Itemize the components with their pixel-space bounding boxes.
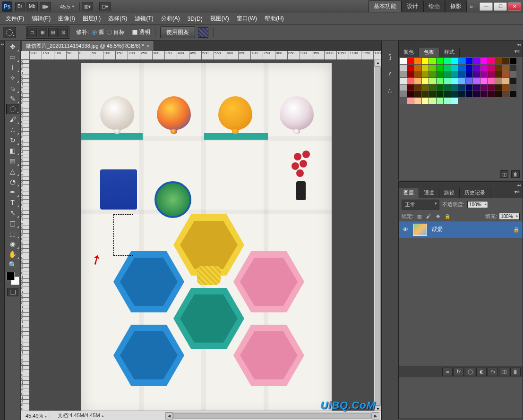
swatch[interactable] [488,91,495,97]
pattern-picker[interactable] [198,27,208,38]
dock-brushpreset-icon[interactable]: ⫯ [384,68,396,79]
menu-layer[interactable]: 图层(L) [79,13,105,24]
ruler-vertical[interactable]: 0501001502002503003504004505005506006507… [21,59,29,420]
swatch[interactable] [437,98,444,104]
dock-clone-icon[interactable]: ⛬ [384,85,396,96]
swatch[interactable] [495,78,502,84]
swatch[interactable] [414,98,421,104]
tab-styles[interactable]: 样式 [439,48,460,57]
swatch[interactable] [510,84,517,91]
new-swatch-button[interactable]: ◫ [500,170,508,178]
tab-history[interactable]: 历史记录 [460,188,490,198]
swatch[interactable] [495,58,502,64]
swatch[interactable] [480,84,488,91]
panel-menu-icon[interactable]: ▾≡ [512,48,523,57]
swatch[interactable] [510,71,517,77]
menu-analysis[interactable]: 分析(A) [157,13,184,24]
swatch[interactable] [495,91,502,97]
workspace-design[interactable]: 设计 [402,0,423,12]
swatch[interactable] [407,98,414,104]
type-tool[interactable]: T [6,197,19,208]
menu-file[interactable]: 文件(F) [2,13,28,24]
scroll-right[interactable]: ▶ [372,412,379,420]
swatch[interactable] [502,78,509,84]
minibridge-button[interactable]: Mb [26,2,38,11]
adjustment-layer-button[interactable]: ◐ [476,368,487,376]
bridge-button[interactable]: Br [15,2,25,11]
swatch[interactable] [437,84,444,91]
menu-3d[interactable]: 3D(D) [184,14,206,24]
swatch[interactable] [510,58,517,64]
dock-brush-icon[interactable]: ⟆ [384,51,396,62]
dodge-tool[interactable]: ◔ [6,176,19,187]
swatch[interactable] [422,58,429,64]
swatch[interactable] [451,58,458,64]
panel-menu-icon[interactable]: ▾≡ [512,188,523,198]
tab-paths[interactable]: 路径 [439,188,460,198]
swatch[interactable] [466,91,473,97]
swatch[interactable] [429,65,436,71]
selection-intersect[interactable]: ⊡ [59,28,68,37]
menu-filter[interactable]: 滤镜(T) [131,13,157,24]
swatch[interactable] [444,78,451,84]
patch-tool[interactable] [6,104,19,114]
tab-color[interactable]: 颜色 [399,48,419,57]
swatch[interactable] [429,84,436,91]
link-layers-button[interactable]: ∞ [442,368,453,376]
swatch[interactable] [422,71,429,77]
layer-name[interactable]: 背景 [431,226,509,234]
stamp-tool[interactable]: ⛬ [6,125,19,135]
selection-add[interactable]: ⊞ [38,28,47,37]
move-tool[interactable]: ✥ [6,42,19,52]
fill-input[interactable]: 100% [499,213,520,220]
swatch[interactable] [466,58,473,64]
film-button[interactable]: ▦▸ [40,2,51,11]
tab-layers[interactable]: 图层 [399,188,419,198]
swatch[interactable] [502,91,509,97]
swatch[interactable] [466,78,473,84]
swatch[interactable] [400,58,407,64]
selection-subtract[interactable]: ⊟ [48,28,58,37]
scroll-up[interactable]: ▲ [374,59,381,67]
swatch[interactable] [451,71,458,77]
swatch[interactable] [407,65,414,71]
swatch[interactable] [422,98,429,104]
swatch[interactable] [407,78,414,84]
canvas[interactable]: ➚ UiBQ.CoM ▲ ▼ [29,59,381,420]
screenmode-button[interactable]: ▢▾ [99,2,111,11]
menu-edit[interactable]: 编辑(E) [28,13,54,24]
swatch[interactable] [422,84,429,91]
swatch[interactable] [429,78,436,84]
swatch[interactable] [480,71,488,77]
menu-window[interactable]: 窗口(W) [233,13,261,24]
swatch[interactable] [480,78,488,84]
swatch[interactable] [466,84,473,91]
pen-tool[interactable]: ✒ [6,187,19,197]
swatch[interactable] [451,78,458,84]
quickmask-button[interactable] [7,288,18,296]
lock-all-icon[interactable]: 🔒 [444,212,451,220]
swatch[interactable] [437,91,444,97]
swatch[interactable] [502,65,509,71]
swatch[interactable] [473,84,480,91]
ruler-horizontal[interactable]: 2001501005005010015020025030035040045050… [29,51,381,59]
visibility-icon[interactable]: 👁 [402,226,409,234]
swatch[interactable] [458,78,465,84]
panel-collapse-icon[interactable]: ◂◂ [517,42,521,47]
swatch[interactable] [407,84,414,91]
menu-help[interactable]: 帮助(H) [261,13,288,24]
swatch[interactable] [400,84,407,91]
color-swatches[interactable] [6,272,19,285]
swatch[interactable] [429,98,436,104]
swatch[interactable] [414,84,421,91]
menu-select[interactable]: 选择(S) [104,13,131,24]
swatch[interactable] [488,58,495,64]
swatch[interactable] [429,58,436,64]
use-pattern-button[interactable]: 使用图案 [160,26,195,38]
history-brush-tool[interactable]: ↻ [6,135,19,145]
swatch[interactable] [451,98,458,104]
swatch[interactable] [437,78,444,84]
layer-style-button[interactable]: fx [454,368,464,376]
opacity-input[interactable]: 100% [467,201,488,208]
swatch[interactable] [510,65,517,71]
